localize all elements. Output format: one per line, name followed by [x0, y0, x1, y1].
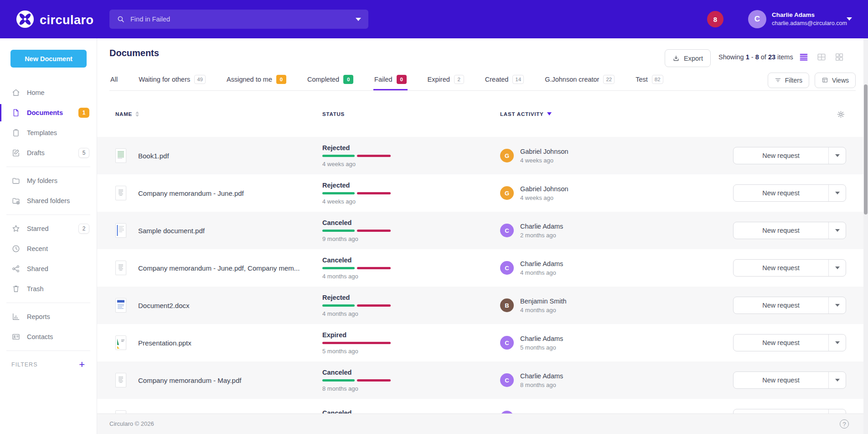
status-cell: Canceled9 months ago: [322, 219, 500, 242]
activity-user-name: Charlie Adams: [520, 260, 563, 267]
user-name: Charlie Adams: [772, 11, 847, 19]
table-view-icon[interactable]: [816, 52, 827, 62]
sidebar-item-my-folders[interactable]: My folders: [0, 171, 97, 191]
circularo-logo[interactable]: circularo: [16, 10, 94, 30]
copyright: Circularo © 2026: [109, 420, 154, 427]
new-request-chevron-down-icon[interactable]: [828, 409, 846, 413]
activity-time: 4 weeks ago: [520, 157, 568, 164]
new-request-button[interactable]: New request: [734, 185, 828, 201]
user-chevron-down-icon[interactable]: [847, 17, 852, 21]
status-label: Canceled: [322, 409, 500, 413]
new-request-split-button: New request: [733, 371, 846, 389]
list-view-icon[interactable]: [799, 52, 809, 62]
sidebar-item-label: Contacts: [27, 333, 53, 340]
sidebar-item-shared-folders[interactable]: Shared folders: [0, 191, 97, 211]
sidebar-item-reports[interactable]: Reports: [0, 307, 97, 327]
status-time: 9 months ago: [322, 235, 500, 242]
tab-assigned-to-me[interactable]: Assigned to me0: [226, 70, 287, 90]
new-document-button[interactable]: New Document: [10, 50, 87, 68]
user-menu[interactable]: C Charlie Adams charlie.adams@circularo.…: [748, 10, 847, 28]
tab-count-badge: 49: [194, 75, 206, 84]
tab-label: All: [110, 76, 118, 83]
gear-icon[interactable]: [837, 110, 845, 119]
status-progress-bar: [322, 192, 391, 194]
clock-icon: [11, 244, 21, 253]
tab-completed[interactable]: Completed0: [306, 70, 354, 90]
new-request-button[interactable]: New request: [734, 147, 828, 164]
new-request-button[interactable]: New request: [734, 409, 828, 413]
file-icon: [11, 108, 21, 117]
user-avatar: C: [748, 10, 766, 28]
tab-failed[interactable]: Failed0: [373, 70, 408, 90]
document-name[interactable]: Presentation.pptx: [138, 339, 191, 347]
tab-expired[interactable]: Expired2: [427, 70, 465, 90]
filters-label: Filters: [785, 77, 802, 84]
circularo-logo-icon: [16, 10, 34, 30]
document-name[interactable]: Book1.pdf: [138, 152, 169, 160]
status-bar-failed-segment: [357, 192, 391, 194]
sidebar-item-shared[interactable]: Shared: [0, 259, 97, 279]
new-request-chevron-down-icon[interactable]: [828, 222, 846, 239]
new-request-chevron-down-icon[interactable]: [828, 372, 846, 388]
action-cell: New request: [733, 147, 868, 164]
views-button[interactable]: Views: [815, 73, 856, 88]
sidebar-item-drafts[interactable]: Drafts5: [0, 143, 97, 163]
document-name[interactable]: Company memorandum - May.pdf: [138, 376, 241, 384]
new-request-button[interactable]: New request: [734, 372, 828, 388]
document-tabs: AllWaiting for others49Assigned to me0Co…: [109, 70, 856, 91]
new-request-chevron-down-icon[interactable]: [828, 147, 846, 164]
status-time: 5 months ago: [322, 348, 500, 355]
views-label: Views: [832, 77, 849, 84]
tab-all[interactable]: All: [109, 70, 119, 90]
new-request-chevron-down-icon[interactable]: [828, 335, 846, 351]
notifications-badge[interactable]: 8: [707, 11, 723, 27]
sidebar-item-recent[interactable]: Recent: [0, 239, 97, 259]
document-thumbnail-icon: [115, 335, 126, 350]
tab-created[interactable]: Created14: [484, 70, 525, 90]
new-request-button[interactable]: New request: [734, 335, 828, 351]
sidebar-item-templates[interactable]: Templates: [0, 123, 97, 143]
sidebar-item-label: Reports: [27, 313, 50, 320]
column-header-name[interactable]: NAME: [115, 111, 322, 117]
document-name[interactable]: Company memorandum - June.pdf, Company m…: [138, 264, 300, 272]
table-row: Presentation.pptxExpired5 months agoCCha…: [97, 324, 868, 361]
search-input[interactable]: [130, 16, 356, 23]
sidebar-item-documents[interactable]: Documents1: [0, 103, 97, 123]
new-request-button[interactable]: New request: [734, 222, 828, 239]
sidebar-item-home[interactable]: Home: [0, 83, 97, 103]
document-name[interactable]: Sample document.pdf: [138, 227, 205, 235]
new-request-button[interactable]: New request: [734, 260, 828, 276]
filters-button[interactable]: Filters: [768, 73, 809, 88]
search-scope-chevron-down-icon[interactable]: [356, 18, 361, 21]
card-icon: [11, 332, 21, 341]
tab-test[interactable]: Test82: [635, 70, 664, 90]
chart-icon: [11, 312, 21, 321]
export-button[interactable]: Export: [665, 49, 711, 67]
tab-waiting-for-others[interactable]: Waiting for others49: [138, 70, 207, 90]
scrollbar-thumb[interactable]: [864, 84, 868, 214]
tab-count-badge: 0: [343, 75, 353, 84]
help-icon[interactable]: ?: [840, 419, 849, 429]
sidebar-item-label: Home: [27, 89, 45, 96]
add-filter-plus-icon[interactable]: +: [79, 360, 85, 370]
column-header-status[interactable]: STATUS: [322, 111, 500, 117]
document-name[interactable]: Company memorandum - June.pdf: [138, 189, 244, 197]
sidebar-item-label: Documents: [27, 109, 63, 116]
column-header-last-activity[interactable]: LAST ACTIVITY: [500, 111, 733, 117]
new-request-chevron-down-icon[interactable]: [828, 260, 846, 276]
status-progress-bar: [322, 342, 391, 344]
status-bar-done-segment: [322, 155, 355, 157]
tab-gjohnson-creator[interactable]: G.Johnson creator22: [544, 70, 615, 90]
sidebar-divider: [6, 350, 90, 351]
document-name[interactable]: Document2.docx: [138, 302, 190, 309]
new-request-button[interactable]: New request: [734, 297, 828, 314]
sidebar-item-trash[interactable]: Trash: [0, 279, 97, 299]
new-request-chevron-down-icon[interactable]: [828, 297, 846, 314]
sidebar-item-contacts[interactable]: Contacts: [0, 327, 97, 347]
sidebar-item-starred[interactable]: Starred2: [0, 219, 97, 239]
activity-time: 4 months ago: [520, 269, 563, 276]
status-time: 4 weeks ago: [322, 198, 500, 205]
new-request-chevron-down-icon[interactable]: [828, 185, 846, 201]
new-request-split-button: New request: [733, 334, 846, 351]
grid-view-icon[interactable]: [834, 52, 844, 62]
